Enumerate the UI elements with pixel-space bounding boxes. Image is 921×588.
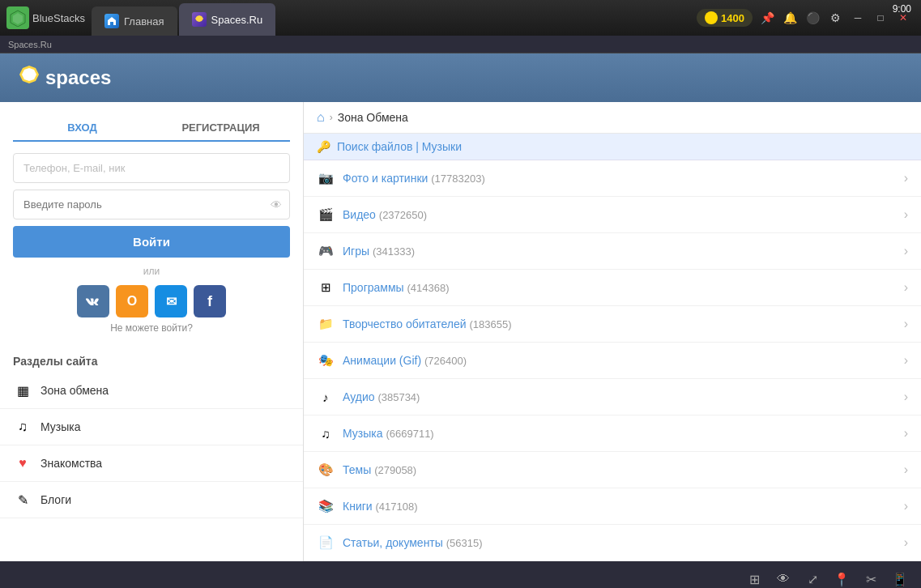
zone-icon: ▦ bbox=[13, 381, 32, 400]
minimize-button[interactable]: ─ bbox=[850, 10, 866, 26]
dating-icon: ♥ bbox=[13, 454, 32, 473]
category-icon-9: 📚 bbox=[317, 497, 335, 515]
title-bar-right: 1400 📌 🔔 ⚫ ⚙ ─ □ ✕ bbox=[687, 9, 921, 27]
category-icon-4: 📁 bbox=[317, 315, 335, 333]
category-icon-3: ⊞ bbox=[317, 279, 335, 296]
search-bar-text: Поиск файлов | Музыки bbox=[337, 140, 462, 153]
category-item[interactable]: 📁 Творчество обитателей (183655) › bbox=[304, 306, 921, 343]
category-icon-6: ♪ bbox=[317, 388, 335, 406]
tabs-container: Главная Spaces.Ru bbox=[92, 0, 687, 36]
pin-icon[interactable]: 📌 bbox=[759, 10, 775, 26]
view-icon[interactable]: 👁 bbox=[772, 568, 795, 588]
category-item[interactable]: 📄 Статьи, документы (56315) › bbox=[304, 525, 921, 561]
left-panel: ВХОД РЕГИСТРАЦИЯ 👁 Войти или О ✉ f bbox=[0, 102, 304, 561]
category-icon-8: 🎨 bbox=[317, 461, 335, 479]
category-name-6: Аудио (385734) bbox=[343, 390, 904, 403]
bluestacks-brand: BlueStacks bbox=[0, 6, 92, 29]
phone-input[interactable] bbox=[13, 153, 290, 183]
music-label: Музыка bbox=[41, 420, 81, 433]
password-wrap: 👁 bbox=[13, 190, 290, 219]
login-form: ВХОД РЕГИСТРАЦИЯ 👁 Войти или О ✉ f bbox=[0, 102, 303, 347]
category-item[interactable]: ♫ Музыка (6669711) › bbox=[304, 415, 921, 452]
tab-spaces-label: Spaces.Ru bbox=[211, 14, 263, 26]
bottom-bar: ⊞ 👁 ⤢ 📍 ✂ 📱 bbox=[0, 561, 921, 588]
tab-home[interactable]: Главная bbox=[92, 6, 177, 36]
time-display: 9:00 bbox=[893, 3, 911, 15]
category-icon-5: 🎭 bbox=[317, 352, 335, 369]
section-item-dating[interactable]: ♥ Знакомства bbox=[0, 445, 303, 482]
cant-login-link[interactable]: Не можете войти? bbox=[13, 322, 290, 334]
tab-register[interactable]: РЕГИСТРАЦИЯ bbox=[151, 115, 290, 140]
chevron-right-icon-7: › bbox=[904, 426, 908, 441]
chevron-right-icon-6: › bbox=[904, 390, 908, 404]
sections-title: Разделы сайта bbox=[0, 347, 303, 373]
category-icon-7: ♫ bbox=[317, 424, 335, 442]
category-item[interactable]: 🎬 Видео (2372650) › bbox=[304, 197, 921, 233]
category-item[interactable]: 🎭 Анимации (Gif) (726400) › bbox=[304, 343, 921, 379]
status-text: Spaces.Ru bbox=[8, 40, 52, 49]
music-icon: ♫ bbox=[13, 417, 32, 437]
category-name-9: Книги (417108) bbox=[343, 500, 904, 513]
settings-icon[interactable]: ⚙ bbox=[827, 10, 843, 26]
category-item[interactable]: 📷 Фото и картинки (17783203) › bbox=[304, 160, 921, 197]
category-icon-2: 🎮 bbox=[317, 242, 335, 260]
chevron-right-icon-4: › bbox=[904, 317, 908, 331]
category-item[interactable]: ⊞ Программы (414368) › bbox=[304, 270, 921, 306]
right-panel: ⌂ › Зона Обмена 🔑 Поиск файлов | Музыки … bbox=[304, 102, 921, 561]
section-item-music[interactable]: ♫ Музыка bbox=[0, 409, 303, 445]
search-bar[interactable]: 🔑 Поиск файлов | Музыки bbox=[304, 134, 921, 160]
breadcrumb-current: Зона Обмена bbox=[338, 111, 408, 124]
breadcrumb-home-icon[interactable]: ⌂ bbox=[317, 110, 325, 125]
camera-icon[interactable]: ⚫ bbox=[804, 10, 821, 26]
fullscreen-icon[interactable]: ⤢ bbox=[801, 568, 824, 588]
password-toggle-icon[interactable]: 👁 bbox=[271, 198, 282, 211]
chevron-right-icon-3: › bbox=[904, 280, 908, 295]
spaces-brand: spaces bbox=[16, 65, 111, 91]
chevron-right-icon-9: › bbox=[904, 499, 908, 513]
tab-login[interactable]: ВХОД bbox=[13, 115, 151, 142]
device-icon[interactable]: 📱 bbox=[889, 568, 911, 588]
coins-display: 1400 bbox=[697, 9, 753, 27]
category-name-5: Анимации (Gif) (726400) bbox=[343, 354, 904, 367]
bluestacks-label: BlueStacks bbox=[32, 12, 85, 24]
section-item-blog[interactable]: ✎ Блоги bbox=[0, 482, 303, 518]
breadcrumb-separator: › bbox=[330, 112, 333, 123]
app-header: spaces bbox=[0, 53, 921, 102]
location-icon[interactable]: 📍 bbox=[830, 568, 853, 588]
facebook-login-button[interactable]: f bbox=[194, 285, 226, 317]
title-bar: BlueStacks Главная Spaces.Ru 1400 📌 🔔 ⚫ … bbox=[0, 0, 921, 36]
keyboard-icon[interactable]: ⊞ bbox=[743, 568, 765, 588]
ok-login-button[interactable]: О bbox=[116, 285, 148, 317]
spaces-tab-icon bbox=[192, 12, 207, 27]
chevron-right-icon-0: › bbox=[904, 171, 908, 185]
notification-icon[interactable]: 🔔 bbox=[782, 10, 798, 26]
chevron-right-icon-10: › bbox=[904, 535, 908, 550]
tab-spaces[interactable]: Spaces.Ru bbox=[179, 3, 276, 36]
scissor-icon[interactable]: ✂ bbox=[859, 568, 882, 588]
category-name-2: Игры (341333) bbox=[343, 245, 904, 258]
login-button[interactable]: Войти bbox=[13, 226, 290, 258]
category-item[interactable]: 🎮 Игры (341333) › bbox=[304, 233, 921, 270]
svg-marker-2 bbox=[195, 15, 203, 22]
category-name-0: Фото и картинки (17783203) bbox=[343, 172, 904, 185]
category-name-4: Творчество обитателей (183655) bbox=[343, 317, 904, 330]
main-content: ВХОД РЕГИСТРАЦИЯ 👁 Войти или О ✉ f bbox=[0, 102, 921, 561]
password-input[interactable] bbox=[13, 190, 290, 219]
category-item[interactable]: 🎨 Темы (279058) › bbox=[304, 452, 921, 488]
login-tabs: ВХОД РЕГИСТРАЦИЯ bbox=[13, 115, 290, 142]
coins-value: 1400 bbox=[721, 12, 744, 24]
social-icons: О ✉ f bbox=[13, 285, 290, 317]
category-item[interactable]: 📚 Книги (417108) › bbox=[304, 488, 921, 525]
category-item[interactable]: ♪ Аудио (385734) › bbox=[304, 379, 921, 415]
category-name-3: Программы (414368) bbox=[343, 281, 904, 294]
category-name-8: Темы (279058) bbox=[343, 463, 904, 476]
category-name-7: Музыка (6669711) bbox=[343, 427, 904, 440]
search-key-icon: 🔑 bbox=[317, 140, 330, 153]
mail-login-button[interactable]: ✉ bbox=[155, 285, 187, 317]
category-icon-10: 📄 bbox=[317, 534, 335, 552]
vk-login-button[interactable] bbox=[77, 285, 109, 317]
breadcrumb: ⌂ › Зона Обмена bbox=[304, 102, 921, 134]
maximize-button[interactable]: □ bbox=[872, 10, 889, 26]
bluestacks-logo bbox=[6, 6, 29, 29]
section-item-zone[interactable]: ▦ Зона обмена bbox=[0, 373, 303, 409]
